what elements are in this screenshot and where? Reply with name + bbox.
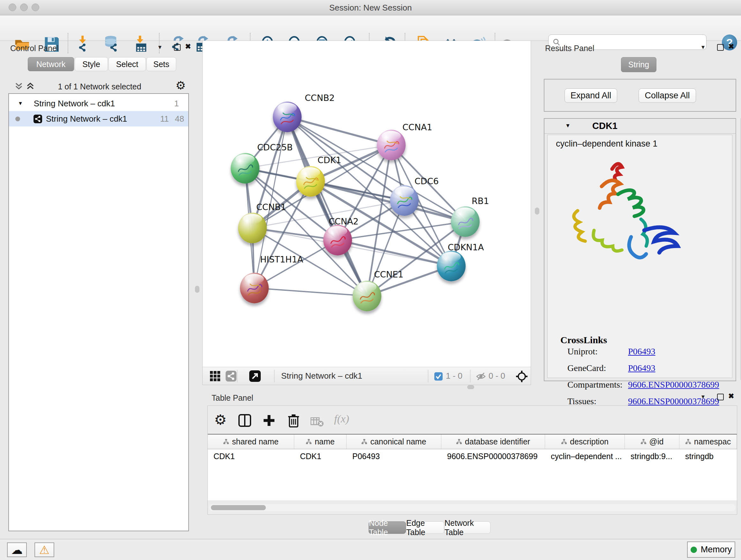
table-hscrollbar-thumb[interactable] bbox=[211, 505, 266, 510]
network-canvas[interactable]: CCNB2CCNA1CDC25BCDK1CDC6RB1CCNB1CCNA2CDK… bbox=[202, 41, 531, 367]
node-CDC25B[interactable] bbox=[231, 153, 259, 184]
crosslink-link[interactable]: P06493 bbox=[628, 347, 656, 357]
collapse-triangle-icon[interactable]: ▼ bbox=[565, 123, 570, 129]
delete-column-icon[interactable] bbox=[287, 414, 300, 428]
network-share-icon bbox=[33, 115, 42, 123]
memory-button[interactable]: Memory bbox=[687, 542, 735, 558]
node-CCNA1[interactable] bbox=[377, 130, 406, 160]
delete-table-icon[interactable] bbox=[311, 417, 324, 427]
add-column-icon[interactable] bbox=[263, 414, 275, 427]
node-shine bbox=[278, 103, 296, 113]
node-label-CCNE1: CCNE1 bbox=[374, 269, 403, 279]
results-panel-close-icon[interactable]: ✖ bbox=[728, 43, 734, 51]
column-header-shared-name[interactable]: shared name bbox=[208, 435, 294, 449]
table-panel-float-icon[interactable] bbox=[717, 394, 724, 400]
table-panel-title: Table Panel bbox=[212, 393, 253, 402]
node-CCNA2[interactable] bbox=[323, 225, 352, 255]
table-cell[interactable]: CDK1 bbox=[208, 449, 294, 463]
left-splitter-grip[interactable] bbox=[195, 286, 199, 293]
results-panel-menu-icon[interactable]: ▾ bbox=[701, 43, 704, 51]
birdseye-share-icon[interactable] bbox=[226, 371, 237, 381]
expand-all-icon[interactable] bbox=[26, 82, 35, 92]
control-panel-menu-icon[interactable]: ▾ bbox=[158, 43, 161, 51]
node-shine bbox=[245, 274, 264, 284]
node-table[interactable]: shared nameCDK1nameCDK1canonical nameP06… bbox=[208, 434, 737, 500]
network-options-gear-icon[interactable]: ⚙ bbox=[176, 79, 186, 92]
node-label-CDC25B: CDC25B bbox=[257, 142, 293, 152]
column-type-icon bbox=[223, 439, 229, 444]
tab-style[interactable]: Style bbox=[75, 57, 108, 71]
column-header-@id[interactable]: @id bbox=[625, 435, 679, 449]
node-RB1[interactable] bbox=[451, 206, 480, 237]
cloud-button[interactable]: ☁ bbox=[7, 543, 27, 557]
memory-label: Memory bbox=[701, 545, 732, 555]
window-title: Session: New Session bbox=[0, 3, 741, 13]
results-panel-float-icon[interactable] bbox=[717, 44, 724, 51]
table-cell[interactable]: stringdb bbox=[679, 449, 737, 463]
control-panel-float-icon[interactable] bbox=[174, 44, 181, 51]
collection-label: String Network – cdk1 bbox=[34, 99, 115, 109]
expand-all-button[interactable]: Expand All bbox=[564, 88, 617, 103]
column-label: @id bbox=[650, 437, 664, 446]
node-label-CCNA2: CCNA2 bbox=[329, 216, 359, 226]
tab-node-table[interactable]: Node Table bbox=[368, 521, 406, 534]
tab-edge-table[interactable]: Edge Table bbox=[406, 521, 444, 534]
birdseye-crosshair-icon[interactable] bbox=[515, 370, 528, 383]
memory-status-icon bbox=[690, 547, 697, 553]
crosslink-link[interactable]: P06493 bbox=[628, 363, 656, 373]
node-CDKN1A[interactable] bbox=[437, 251, 466, 281]
table-panel-close-icon[interactable]: ✖ bbox=[728, 392, 734, 400]
tab-network-table[interactable]: Network Table bbox=[444, 521, 490, 534]
table-cell[interactable]: 9606.ENSP00000378699 bbox=[441, 449, 545, 463]
tab-sets[interactable]: Sets bbox=[146, 57, 176, 71]
grid-view-icon[interactable] bbox=[210, 371, 220, 381]
selected-checkbox-icon[interactable] bbox=[434, 372, 443, 381]
open-in-window-icon[interactable] bbox=[249, 370, 261, 382]
table-gear-icon[interactable]: ⚙ bbox=[214, 412, 226, 428]
column-label: description bbox=[570, 437, 609, 446]
right-splitter-grip[interactable] bbox=[535, 207, 539, 214]
column-header-canonical-name[interactable]: canonical name bbox=[347, 435, 441, 449]
network-row[interactable]: String Network – cdk1 11 48 bbox=[9, 111, 188, 126]
network-label: String Network – cdk1 bbox=[46, 114, 127, 124]
node-CDC6[interactable] bbox=[390, 185, 419, 216]
column-label: name bbox=[315, 437, 335, 446]
node-CCNB2[interactable] bbox=[273, 102, 301, 132]
tab-select[interactable]: Select bbox=[109, 57, 146, 71]
table-hscrollbar[interactable] bbox=[209, 504, 736, 511]
table-container: ⚙ f(x) shared nameCDK1nameCDK1canonical … bbox=[207, 406, 737, 515]
column-header-description[interactable]: description bbox=[545, 435, 625, 449]
show-columns-icon[interactable] bbox=[239, 414, 251, 427]
node-shine bbox=[328, 226, 347, 236]
table-cell[interactable]: CDK1 bbox=[294, 449, 347, 463]
node-label-RB1: RB1 bbox=[472, 196, 489, 206]
hidden-eye-icon[interactable] bbox=[476, 372, 486, 381]
column-header-namespac[interactable]: namespac bbox=[679, 435, 737, 449]
collapse-all-button[interactable]: Collapse All bbox=[638, 88, 696, 103]
node-HIST1H1A[interactable] bbox=[240, 273, 269, 303]
tab-string[interactable]: String bbox=[621, 57, 657, 72]
collapse-all-icon[interactable] bbox=[15, 82, 23, 92]
results-scrollbar[interactable] bbox=[736, 118, 741, 380]
warnings-button[interactable]: ⚠ bbox=[35, 543, 54, 557]
node-label-CCNA1: CCNA1 bbox=[402, 122, 432, 132]
network-status-dot-icon bbox=[15, 117, 20, 121]
node-shine bbox=[243, 214, 262, 224]
table-cell[interactable]: stringdb:9... bbox=[625, 449, 679, 463]
table-cell[interactable]: P06493 bbox=[347, 449, 441, 463]
function-builder-icon[interactable]: f(x) bbox=[334, 413, 349, 425]
column-header-name[interactable]: name bbox=[294, 435, 347, 449]
table-panel-menu-icon[interactable]: ▾ bbox=[701, 393, 704, 400]
node-CCNB1[interactable] bbox=[238, 212, 267, 243]
protein-card-body: cyclin–dependent kinase 1 CrossLinks Uni… bbox=[547, 135, 732, 378]
node-CCNE1[interactable] bbox=[353, 281, 381, 311]
column-header-database-identifier[interactable]: database identifier bbox=[441, 435, 545, 449]
collapse-triangle-icon[interactable]: ▼ bbox=[18, 101, 23, 106]
node-CDK1[interactable] bbox=[296, 166, 325, 197]
network-collection-row[interactable]: ▼ String Network – cdk1 1 bbox=[9, 96, 188, 111]
control-panel-close-icon[interactable]: ✖ bbox=[185, 43, 191, 51]
column-type-icon bbox=[456, 439, 462, 444]
table-cell[interactable]: cyclin–dependent ... bbox=[545, 449, 625, 463]
tab-network[interactable]: Network bbox=[28, 57, 74, 71]
protein-card-header[interactable]: ▼ CDK1 bbox=[544, 119, 736, 134]
